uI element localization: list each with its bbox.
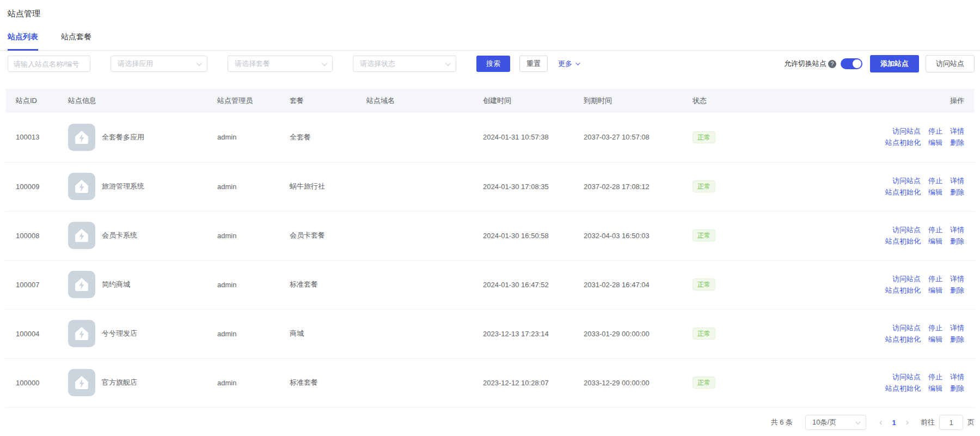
table-row: 100009 旅游管理系统 admin 蜗牛旅行社 2024-01-30 17:…: [5, 162, 975, 211]
site-id: 100009: [5, 162, 58, 211]
stop-link[interactable]: 停止: [928, 372, 942, 382]
chevron-down-icon: [855, 419, 861, 425]
created-time: 2024-01-30 16:47:52: [473, 260, 573, 309]
init-site-link[interactable]: 站点初始化: [885, 286, 921, 295]
page-size-select[interactable]: 10条/页: [805, 415, 866, 430]
site-name: 旅游管理系统: [102, 181, 144, 191]
visit-site-link[interactable]: 访问站点: [892, 274, 921, 284]
app-select[interactable]: 请选择应用: [111, 56, 207, 72]
detail-link[interactable]: 详情: [950, 323, 964, 333]
chevron-down-icon: [575, 60, 580, 65]
edit-link[interactable]: 编辑: [928, 237, 942, 246]
edit-link[interactable]: 编辑: [928, 138, 942, 148]
status-badge: 正常: [693, 377, 715, 389]
package-select[interactable]: 请选择套餐: [228, 56, 333, 72]
row-actions: 访问站点停止详情站点初始化编辑删除: [838, 225, 964, 246]
detail-link[interactable]: 详情: [950, 126, 964, 136]
col-site-info: 站点信息: [58, 89, 207, 113]
edit-link[interactable]: 编辑: [928, 335, 942, 344]
col-created: 创建时间: [473, 89, 573, 113]
table-row: 100008 会员卡系统 admin 会员卡套餐 2024-01-30 16:5…: [5, 211, 975, 260]
detail-link[interactable]: 详情: [950, 274, 964, 284]
init-site-link[interactable]: 站点初始化: [885, 335, 921, 344]
stop-link[interactable]: 停止: [928, 126, 942, 136]
expire-time: 2032-04-03 16:50:03: [573, 211, 682, 260]
site-domain: [356, 162, 473, 211]
visit-site-link[interactable]: 访问站点: [892, 323, 921, 333]
site-house-bolt-icon: [68, 222, 95, 249]
site-admin: admin: [207, 113, 279, 162]
chevron-down-icon: [197, 60, 202, 66]
delete-link[interactable]: 删除: [950, 237, 964, 246]
delete-link[interactable]: 删除: [950, 138, 964, 148]
site-name: 官方旗舰店: [102, 378, 137, 387]
init-site-link[interactable]: 站点初始化: [885, 237, 921, 246]
stop-link[interactable]: 停止: [928, 176, 942, 186]
site-name: 全套餐多应用: [102, 132, 144, 142]
prev-page-icon[interactable]: ‹: [877, 418, 884, 427]
search-button[interactable]: 搜索: [476, 56, 510, 72]
site-package: 标准套餐: [279, 358, 356, 407]
site-name-input[interactable]: [8, 56, 90, 72]
site-package: 标准套餐: [279, 260, 356, 309]
edit-link[interactable]: 编辑: [928, 187, 942, 197]
stop-link[interactable]: 停止: [928, 225, 942, 235]
site-id: 100007: [5, 260, 58, 309]
site-id: 100013: [5, 113, 58, 162]
init-site-link[interactable]: 站点初始化: [885, 138, 921, 148]
site-admin: admin: [207, 260, 279, 309]
more-button[interactable]: 更多: [558, 59, 579, 69]
next-page-icon[interactable]: ›: [904, 418, 911, 427]
page-size-value: 10条/页: [812, 417, 836, 427]
status-badge: 正常: [693, 180, 715, 192]
visit-site-link[interactable]: 访问站点: [892, 126, 921, 136]
allow-switch-toggle[interactable]: [841, 58, 862, 69]
row-actions: 访问站点停止详情站点初始化编辑删除: [838, 323, 964, 344]
row-actions: 访问站点停止详情站点初始化编辑删除: [838, 126, 964, 148]
edit-link[interactable]: 编辑: [928, 384, 942, 393]
site-package: 全套餐: [279, 113, 356, 162]
detail-link[interactable]: 详情: [950, 225, 964, 235]
site-domain: [356, 260, 473, 309]
status-badge: 正常: [693, 229, 715, 241]
site-domain: [356, 358, 473, 407]
visit-site-link[interactable]: 访问站点: [892, 225, 921, 235]
current-page[interactable]: 1: [892, 419, 896, 427]
expire-time: 2033-01-29 00:00:00: [573, 309, 682, 358]
status-select[interactable]: 请选择状态: [353, 56, 456, 72]
init-site-link[interactable]: 站点初始化: [885, 187, 921, 197]
visit-site-link[interactable]: 访问站点: [892, 176, 921, 186]
reset-button[interactable]: 重置: [519, 56, 548, 72]
stop-link[interactable]: 停止: [928, 274, 942, 284]
delete-link[interactable]: 删除: [950, 286, 964, 295]
init-site-link[interactable]: 站点初始化: [885, 384, 921, 393]
detail-link[interactable]: 详情: [950, 372, 964, 382]
created-time: 2024-01-31 10:57:38: [473, 113, 573, 162]
visit-site-button[interactable]: 访问站点: [926, 55, 975, 72]
stop-link[interactable]: 停止: [928, 323, 942, 333]
delete-link[interactable]: 删除: [950, 384, 964, 393]
status-badge: 正常: [693, 328, 715, 340]
question-icon[interactable]: ?: [828, 60, 836, 68]
table-row: 100013 全套餐多应用 admin 全套餐 2024-01-31 10:57…: [5, 113, 975, 162]
add-site-button[interactable]: 添加站点: [870, 55, 919, 72]
delete-link[interactable]: 删除: [950, 187, 964, 197]
delete-link[interactable]: 删除: [950, 335, 964, 344]
detail-link[interactable]: 详情: [950, 176, 964, 186]
goto-label: 前往: [921, 417, 935, 427]
tab-site-list[interactable]: 站点列表: [8, 32, 38, 51]
created-time: 2024-01-30 17:08:35: [473, 162, 573, 211]
toolbar-right: 允许切换站点 ? 添加站点 访问站点: [784, 55, 975, 72]
status-select-placeholder: 请选择状态: [360, 59, 395, 69]
site-id: 100004: [5, 309, 58, 358]
toggle-knob: [853, 59, 861, 68]
visit-site-link[interactable]: 访问站点: [892, 372, 921, 382]
site-admin: admin: [207, 211, 279, 260]
expire-time: 2031-02-28 16:47:04: [573, 260, 682, 309]
goto-page-input[interactable]: [939, 415, 963, 430]
site-house-bolt-icon: [68, 320, 95, 347]
tab-site-package[interactable]: 站点套餐: [61, 32, 91, 51]
expire-time: 2037-02-28 17:08:12: [573, 162, 682, 211]
site-house-bolt-icon: [68, 369, 95, 396]
edit-link[interactable]: 编辑: [928, 286, 942, 295]
